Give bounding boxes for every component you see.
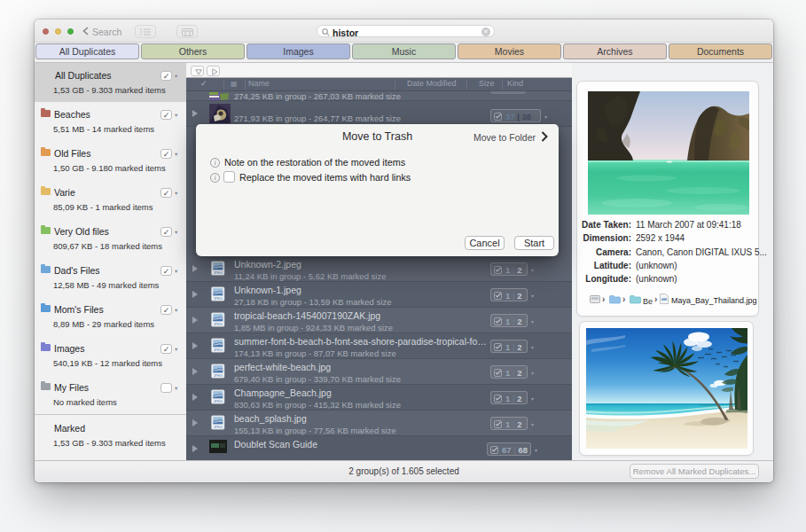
svg-text:JPEG: JPEG <box>214 270 223 275</box>
svg-text:JPEG: JPEG <box>214 296 223 301</box>
svg-text:JPEG: JPEG <box>214 425 223 429</box>
svg-text:JPEG: JPEG <box>214 373 223 378</box>
svg-text:JPEG: JPEG <box>214 399 223 403</box>
svg-text:JPEG: JPEG <box>214 322 223 326</box>
svg-text:JPEG: JPEG <box>214 348 223 352</box>
